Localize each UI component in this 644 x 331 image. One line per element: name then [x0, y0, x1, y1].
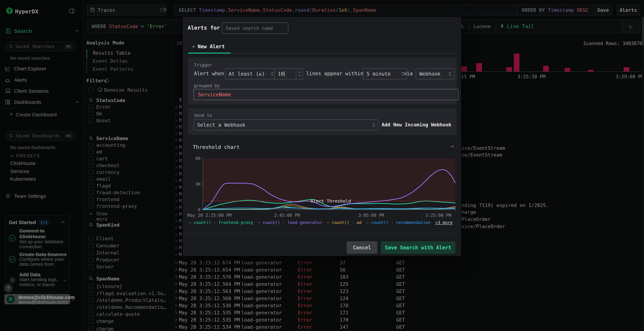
- tab-label: New Alert: [198, 44, 225, 49]
- divider: [183, 234, 461, 234]
- legend-item: — count() · frontend-proxy: [189, 220, 253, 225]
- save-search-with-alert-button[interactable]: Save Search with Alert: [381, 241, 455, 254]
- legend-item: — count() · ad: [327, 220, 362, 225]
- condition-value: At least (≥): [228, 71, 265, 77]
- svg-text:30: 30: [195, 182, 200, 186]
- grouped-by-value: ServiceName: [198, 92, 231, 98]
- threshold-count-value: 10: [278, 71, 284, 77]
- svg-text:60: 60: [195, 156, 200, 161]
- trigger-label: Trigger: [194, 62, 212, 67]
- threshold-chart-svg: 03060May 28 2:25:00 PM2:45:00 PM3:05:00 …: [183, 153, 461, 224]
- legend-item: — count() · recommendation: [366, 220, 430, 225]
- number-stepper[interactable]: [296, 69, 303, 79]
- webhook-select[interactable]: Select a Webhook: [194, 119, 378, 130]
- plus-icon: +: [192, 43, 195, 50]
- add-webhook-button[interactable]: Add New Incoming Webhook: [382, 122, 451, 127]
- cancel-button[interactable]: Cancel: [347, 241, 377, 254]
- svg-text:3:05:00 PM: 3:05:00 PM: [358, 213, 384, 218]
- alert-modal: Alerts for Saved search name + New Alert…: [183, 17, 461, 256]
- svg-text:Alert Threshold: Alert Threshold: [310, 199, 351, 204]
- grouped-by-input[interactable]: ServiceName: [194, 89, 458, 100]
- alert-when-label: Alert when: [194, 71, 224, 76]
- select-chevrons-icon: [448, 71, 452, 76]
- svg-text:3:25:00 PM: 3:25:00 PM: [426, 213, 451, 218]
- channel-select[interactable]: Webhook: [416, 68, 454, 79]
- threshold-chart-title: Threshold chart: [193, 144, 240, 150]
- saved-search-name-input[interactable]: Saved search name: [222, 22, 288, 34]
- tab-active-indicator: [188, 52, 231, 54]
- svg-text:May 28 2:25:00 PM: May 28 2:25:00 PM: [188, 213, 232, 218]
- legend-item: — count() · load-generator: [258, 220, 322, 225]
- saved-search-name-placeholder: Saved search name: [226, 25, 273, 31]
- select-chevrons-icon: [271, 71, 274, 76]
- trigger-card: Trigger Alert when At least (≥) 10 lines…: [188, 57, 457, 105]
- lines-within-label: lines appear within: [306, 71, 363, 76]
- cancel-label: Cancel: [353, 245, 371, 251]
- via-label: via: [404, 71, 413, 76]
- save-alert-label: Save Search with Alert: [385, 245, 451, 251]
- send-to-card: Send to Select a Webhook Add New Incomin…: [188, 108, 457, 135]
- window-select[interactable]: 5 minute: [363, 68, 407, 79]
- app-root: HyperDX Search Saved Searches ⌘K No save…: [0, 0, 644, 331]
- window-value: 5 minute: [366, 71, 391, 77]
- legend-show-more[interactable]: +3 more: [435, 220, 452, 225]
- stepper-down-icon: [298, 74, 301, 76]
- collapse-chart-icon[interactable]: [450, 145, 455, 148]
- modal-title: Alerts for: [188, 25, 220, 31]
- threshold-chart: 03060May 28 2:25:00 PM2:45:00 PM3:05:00 …: [183, 153, 461, 224]
- text-cursor: [284, 71, 284, 77]
- threshold-count-input[interactable]: 10: [274, 68, 303, 79]
- chart-legend: — count() · frontend-proxy— count() · lo…: [189, 220, 457, 226]
- stepper-up-icon: [298, 71, 301, 73]
- webhook-select-value: Select a Webhook: [197, 122, 246, 128]
- send-to-label: Send to: [194, 113, 212, 118]
- condition-select[interactable]: At least (≥): [225, 68, 277, 79]
- svg-text:0: 0: [198, 207, 200, 212]
- channel-value: Webhook: [419, 71, 440, 77]
- select-chevrons-icon: [372, 123, 375, 127]
- grouped-by-label: grouped by: [194, 83, 220, 88]
- tab-new-alert[interactable]: + New Alert: [192, 43, 225, 50]
- svg-text:2:45:00 PM: 2:45:00 PM: [274, 213, 300, 218]
